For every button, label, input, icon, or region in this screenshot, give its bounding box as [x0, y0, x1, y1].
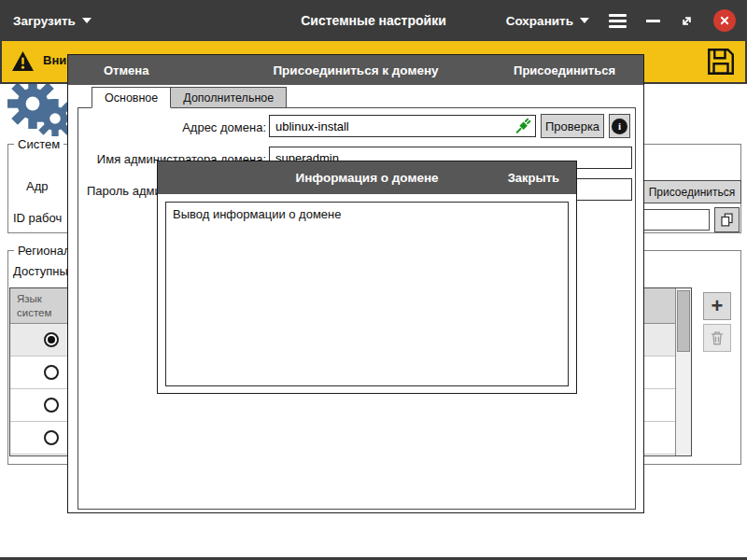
remove-language-button[interactable] [703, 324, 731, 352]
scrollbar-thumb[interactable] [677, 290, 690, 352]
join-button[interactable]: Присоединиться [514, 55, 615, 85]
warning-icon [11, 50, 35, 72]
available-languages-label: Доступны [13, 264, 68, 278]
close-icon [717, 13, 732, 28]
chevron-down-icon [82, 18, 92, 23]
admin-password-label: Пароль админ [87, 184, 168, 198]
tab-advanced[interactable]: Дополнительное [171, 87, 287, 108]
info-icon [612, 119, 627, 134]
domain-address-input[interactable] [269, 115, 536, 137]
copy-icon [719, 212, 735, 228]
tab-basic[interactable]: Основное [92, 87, 171, 108]
load-dropdown[interactable]: Загрузить [13, 0, 92, 41]
close-info-button[interactable]: Закрыть [508, 161, 559, 194]
info-button[interactable] [609, 114, 630, 138]
check-button[interactable]: Проверка [541, 114, 604, 138]
load-dropdown-label: Загрузить [13, 14, 76, 28]
topbar: Системные настройки Загрузить Сохранить [0, 0, 747, 41]
plus-icon [712, 296, 724, 316]
topbar-actions: Сохранить [506, 0, 736, 41]
domain-info-output: Вывод информации о домене [165, 202, 569, 386]
domain-address-label: Адрес домена: [87, 120, 266, 134]
trash-icon [709, 329, 726, 346]
cancel-button[interactable]: Отмена [104, 55, 148, 85]
add-language-button[interactable] [703, 292, 731, 320]
save-dropdown[interactable]: Сохранить [506, 14, 589, 28]
system-group-label: Систем [14, 136, 63, 152]
radio-button[interactable] [44, 365, 59, 380]
floppy-icon [704, 45, 738, 78]
domain-info-dialog: Информация о домене Закрыть Вывод информ… [157, 161, 577, 394]
radio-button[interactable] [44, 398, 59, 413]
tab-bar: Основное Дополнительное [92, 87, 287, 108]
workstation-id-input[interactable] [642, 209, 710, 231]
bg-join-button[interactable]: Присоединиться [642, 180, 741, 203]
info-dialog-header: Информация о домене Закрыть [158, 161, 576, 194]
regional-group-label: Регионал [14, 243, 75, 259]
minimize-icon [646, 20, 660, 22]
expand-icon [678, 12, 696, 30]
connection-plug-icon [514, 118, 531, 134]
join-dialog-header: Присоединиться к домену Отмена Присоедин… [68, 55, 643, 85]
copy-button[interactable] [714, 207, 740, 232]
close-button[interactable] [713, 9, 736, 32]
radio-button[interactable] [44, 430, 59, 445]
menu-button[interactable] [607, 12, 628, 30]
expand-button[interactable] [678, 12, 696, 30]
radio-button[interactable] [44, 332, 59, 347]
minimize-button[interactable] [646, 20, 660, 22]
save-dropdown-label: Сохранить [506, 14, 573, 28]
table-scrollbar[interactable] [675, 288, 691, 455]
address-label: Адр [26, 179, 49, 193]
save-file-button[interactable] [702, 43, 740, 80]
workstation-id-label: ID рабоч [13, 211, 62, 225]
hamburger-icon [609, 14, 627, 17]
chevron-down-icon [580, 18, 589, 23]
